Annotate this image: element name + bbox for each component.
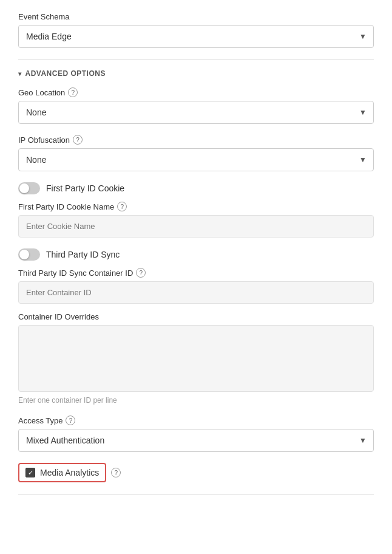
third-party-id-sync-toggle-knob — [19, 250, 29, 259]
container-id-label: Third Party ID Sync Container ID ? — [18, 268, 374, 278]
event-schema-group: Event Schema Media Edge ▼ — [18, 12, 374, 48]
settings-panel: Event Schema Media Edge ▼ ▾ ADVANCED OPT… — [0, 0, 392, 554]
first-party-cookie-toggle[interactable] — [18, 182, 40, 194]
access-type-select-wrapper: Mixed Authentication ▼ — [18, 429, 374, 452]
first-party-cookie-group: First Party ID Cookie First Party ID Coo… — [18, 182, 374, 238]
ip-obfuscation-select[interactable]: None — [18, 148, 374, 171]
cookie-name-label: First Party ID Cookie Name ? — [18, 202, 374, 211]
geo-location-label: Geo Location ? — [18, 87, 374, 97]
container-id-overrides-label: Container ID Overrides — [18, 312, 374, 321]
third-party-id-sync-toggle[interactable] — [18, 248, 40, 261]
first-party-cookie-toggle-knob — [19, 183, 29, 193]
first-party-cookie-label: First Party ID Cookie — [46, 183, 124, 193]
media-analytics-checkbox[interactable]: ✓ — [25, 468, 35, 477]
geo-location-help-icon[interactable]: ? — [68, 87, 78, 97]
container-id-overrides-textarea[interactable] — [18, 325, 374, 392]
media-analytics-checkbox-wrapper: ✓ Media Analytics — [18, 463, 106, 482]
first-party-cookie-toggle-row: First Party ID Cookie — [18, 182, 374, 194]
divider-1 — [18, 59, 374, 60]
media-analytics-row: ✓ Media Analytics ? — [18, 463, 374, 482]
bottom-divider — [18, 494, 374, 495]
event-schema-select-wrapper: Media Edge ▼ — [18, 25, 374, 48]
advanced-options-toggle[interactable]: ▾ ADVANCED OPTIONS — [18, 69, 374, 78]
ip-obfuscation-help-icon[interactable]: ? — [73, 135, 83, 145]
cookie-name-help-icon[interactable]: ? — [117, 202, 127, 211]
event-schema-select[interactable]: Media Edge — [18, 25, 374, 48]
event-schema-label: Event Schema — [18, 12, 374, 21]
geo-location-group: Geo Location ? None ▼ — [18, 87, 374, 124]
geo-location-select[interactable]: None — [18, 101, 374, 124]
ip-obfuscation-select-wrapper: None ▼ — [18, 148, 374, 171]
ip-obfuscation-label: IP Obfuscation ? — [18, 135, 374, 145]
media-analytics-label: Media Analytics — [40, 468, 99, 477]
advanced-options-label: ADVANCED OPTIONS — [25, 69, 106, 78]
checkbox-check-icon: ✓ — [28, 470, 33, 476]
third-party-id-sync-label: Third Party ID Sync — [46, 250, 120, 259]
container-id-overrides-hint: Enter one container ID per line — [18, 396, 374, 405]
advanced-options-chevron-icon: ▾ — [18, 70, 22, 77]
access-type-label: Access Type ? — [18, 415, 374, 425]
cookie-name-input[interactable] — [18, 215, 374, 238]
third-party-id-sync-group: Third Party ID Sync Third Party ID Sync … — [18, 248, 374, 405]
third-party-id-sync-toggle-row: Third Party ID Sync — [18, 248, 374, 261]
ip-obfuscation-group: IP Obfuscation ? None ▼ — [18, 135, 374, 171]
access-type-help-icon[interactable]: ? — [66, 415, 75, 425]
access-type-select[interactable]: Mixed Authentication — [18, 429, 374, 452]
container-id-help-icon[interactable]: ? — [136, 268, 146, 278]
container-id-input[interactable] — [18, 281, 374, 304]
media-analytics-help-icon[interactable]: ? — [111, 468, 121, 477]
access-type-group: Access Type ? Mixed Authentication ▼ — [18, 415, 374, 452]
geo-location-select-wrapper: None ▼ — [18, 101, 374, 124]
